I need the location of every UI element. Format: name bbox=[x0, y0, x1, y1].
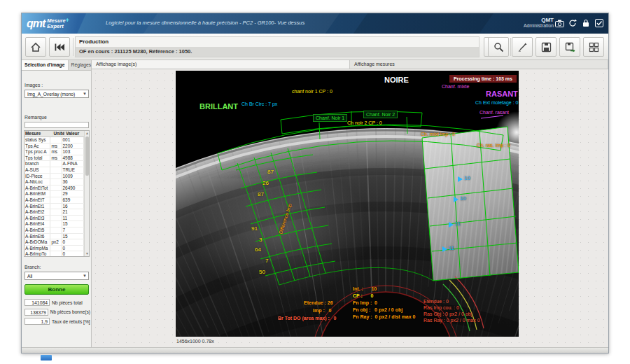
logo-product-bottom: Expert bbox=[47, 23, 63, 29]
pan-arrows-icon bbox=[517, 42, 528, 52]
layout-grid-button[interactable] bbox=[583, 37, 604, 57]
stat-value: 138379 bbox=[24, 309, 48, 316]
stat-label: Nb pièces bonne(s) bbox=[50, 309, 90, 314]
measure-table-row[interactable]: A-BrinEtT639 bbox=[24, 197, 84, 204]
measure-table-cell: 0 bbox=[62, 239, 84, 245]
measure-table-cell: A-BrinEt5 bbox=[24, 227, 50, 233]
tab-selection-image[interactable]: Sélection d'image bbox=[22, 60, 69, 70]
tab-reglages[interactable]: Réglages bbox=[69, 60, 95, 70]
measure-table-row[interactable]: A-NbLoc36 bbox=[24, 179, 84, 186]
sync-icon bbox=[568, 19, 577, 27]
measure-table-cell: 0 bbox=[62, 246, 84, 251]
tab-affichage-mesures[interactable]: Affichage mesures bbox=[350, 60, 608, 69]
sidebar: Sélection d'image Réglages Images : Img_… bbox=[22, 60, 92, 347]
stat-row: 1,9Taux de rebuts [%] bbox=[24, 318, 90, 325]
magnifier-icon bbox=[493, 42, 504, 52]
scrollbar-thumb[interactable] bbox=[85, 136, 89, 176]
processing-time-badge: Processing time : 103 ms bbox=[449, 75, 517, 83]
save-image-icon bbox=[541, 42, 552, 52]
home-button[interactable] bbox=[25, 37, 46, 57]
check-button[interactable] bbox=[594, 18, 604, 28]
measure-table-cell: 639 bbox=[62, 197, 84, 203]
save-export-button[interactable] bbox=[559, 37, 580, 57]
measure-table-row[interactable]: A-BrinEt221 bbox=[24, 209, 84, 216]
measure-table-cell: A-BrinEt1 bbox=[24, 204, 50, 209]
measure-table: Mesure Unité Valeur status Sys001Tps Acm… bbox=[24, 130, 90, 257]
status-bonne-button[interactable]: Bonne bbox=[24, 284, 89, 295]
stat-value: 1,9 bbox=[24, 318, 50, 325]
measure-table-cell bbox=[50, 227, 62, 233]
sync-button[interactable] bbox=[568, 18, 578, 28]
measure-table-cell: 29 bbox=[62, 191, 84, 197]
measure-table-row[interactable]: A-BrImpMa0 bbox=[24, 246, 84, 252]
measure-table-row[interactable]: A-SUSTRUE bbox=[24, 167, 84, 174]
main-toolbar: Production OF en cours : 211125 M280, Ré… bbox=[22, 34, 608, 60]
measure-table-cell: ms bbox=[50, 144, 62, 149]
measure-table-cell bbox=[50, 137, 62, 143]
measure-table-row[interactable]: A-BrImpTo0 bbox=[24, 251, 84, 257]
skip-start-button[interactable] bbox=[49, 37, 70, 57]
measure-table-cell bbox=[50, 246, 62, 251]
measure-table-cell: A-BrImpTo bbox=[24, 251, 50, 257]
measure-table-row[interactable]: A-BrinEt116 bbox=[24, 204, 84, 210]
branch-select[interactable]: All ▼ bbox=[24, 272, 89, 280]
inspection-image-canvas[interactable]: BRILLANTNOIRERASANTchanf noir 1 CP : 0Ch… bbox=[176, 71, 519, 337]
measure-table-cell: A-BrinEt2 bbox=[24, 209, 50, 215]
measure-table-cell bbox=[50, 216, 62, 221]
measure-table-cell: Tps total bbox=[24, 155, 50, 161]
save-image-button[interactable] bbox=[536, 37, 556, 57]
measure-table-cell: status Sys bbox=[24, 137, 50, 143]
measure-table-row[interactable]: Tps Acms2200 bbox=[24, 144, 84, 150]
measure-table-row[interactable]: ID-Piece1009 bbox=[24, 174, 84, 180]
scroll-up-icon[interactable]: ▲ bbox=[85, 131, 90, 136]
images-select-value: Img_A_Overlay (mono) bbox=[27, 92, 75, 97]
measure-table-row[interactable]: Tps totalms4988 bbox=[24, 155, 84, 162]
measure-table-cell bbox=[50, 251, 62, 257]
logo-plus: + bbox=[66, 17, 69, 24]
measure-table-row[interactable]: A-BrinEtM29 bbox=[24, 191, 84, 197]
save-export-icon bbox=[565, 42, 575, 52]
taskbar-item[interactable] bbox=[41, 355, 52, 360]
inspection-image bbox=[176, 71, 519, 337]
measure-table-row[interactable]: A-BrinEt57 bbox=[24, 227, 84, 234]
measure-table-row[interactable]: branchA-FINA bbox=[24, 161, 84, 167]
remark-field[interactable] bbox=[24, 122, 89, 128]
measure-table-cell bbox=[50, 209, 62, 215]
measure-table-cell: A-BrinEtTot bbox=[24, 186, 50, 191]
home-icon bbox=[30, 42, 41, 52]
scroll-down-icon[interactable]: ▼ bbox=[85, 251, 90, 256]
images-label: Images : bbox=[24, 83, 43, 88]
measure-table-row[interactable]: A-BrinEt415 bbox=[24, 221, 84, 227]
chevron-down-icon: ▼ bbox=[83, 274, 87, 278]
camera-button[interactable] bbox=[554, 18, 564, 28]
measure-table-cell: 4988 bbox=[62, 155, 84, 161]
production-stats: 141084Nb pièces total138379Nb pièces bon… bbox=[24, 299, 90, 328]
measure-table-row[interactable]: A-BrinEtTot26490 bbox=[24, 186, 84, 192]
measure-table-row[interactable]: A-BrinEt311 bbox=[24, 216, 84, 222]
zoom-search-button[interactable] bbox=[488, 37, 509, 57]
measure-table-cell: 11 bbox=[62, 216, 84, 221]
measure-table-cell bbox=[50, 221, 62, 227]
measure-table-cell: A-BrImpMa bbox=[24, 246, 50, 251]
images-select[interactable]: Img_A_Overlay (mono) ▼ bbox=[24, 90, 89, 98]
measure-table-cell: 15 bbox=[62, 234, 84, 239]
measure-table-cell: branch bbox=[24, 161, 50, 167]
skip-start-icon bbox=[54, 43, 65, 52]
measure-table-body: status Sys001Tps Acms2200Tps proc Ams103… bbox=[24, 137, 84, 257]
fit-view-button[interactable] bbox=[512, 37, 533, 57]
measure-table-row[interactable]: A-BrDOMapx20 bbox=[24, 239, 84, 246]
measure-table-cell: Tps proc A bbox=[24, 149, 50, 155]
measure-table-row[interactable]: Tps proc Ams103 bbox=[24, 149, 84, 155]
logo-brand: qmt bbox=[27, 18, 45, 30]
col-mesure: Mesure bbox=[24, 131, 52, 136]
table-scrollbar[interactable]: ▲ ▼ bbox=[84, 131, 89, 256]
lock-button[interactable] bbox=[581, 18, 591, 28]
measure-table-row[interactable]: A-BrinEt615 bbox=[24, 234, 84, 240]
measure-table-cell: 16 bbox=[62, 204, 84, 209]
measure-table-row[interactable]: status Sys001 bbox=[24, 137, 84, 144]
measure-table-cell: 103 bbox=[62, 149, 84, 155]
measure-table-cell: A-SUS bbox=[24, 167, 50, 173]
tab-affichage-images[interactable]: Affichage image(s) bbox=[92, 60, 350, 69]
measure-table-cell: A-BrinEt6 bbox=[24, 234, 50, 239]
main-panel: Affichage image(s) Affichage mesures bbox=[92, 60, 608, 347]
